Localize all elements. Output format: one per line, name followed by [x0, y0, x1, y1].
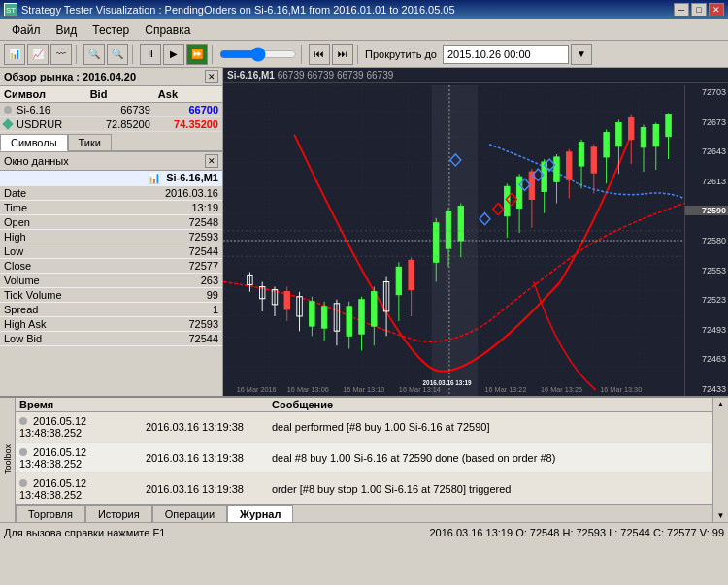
tb-scroll-dropdown[interactable]: ▼ — [571, 44, 592, 65]
svg-rect-49 — [579, 143, 583, 166]
symbol-row-si: Si-6.16 66739 66700 — [0, 103, 222, 117]
tb-next[interactable]: ⏭ — [332, 44, 353, 65]
tab-journal[interactable]: Журнал — [227, 505, 293, 522]
menu-view[interactable]: Вид — [49, 21, 85, 39]
dw-value-low: 72544 — [115, 244, 222, 259]
svg-rect-15 — [321, 307, 326, 328]
col-bid: Bid — [86, 86, 154, 103]
tab-operations[interactable]: Операции — [152, 505, 227, 522]
chart-svg: 16 Mar 2016 16 Mar 13:06 16 Mar 13:10 16… — [223, 85, 684, 396]
dw-row-low: Low 72544 — [0, 244, 222, 259]
dw-row-highask: High Ask 72593 — [0, 317, 222, 332]
log-col-time: Время — [16, 398, 142, 412]
tb-zoom-out[interactable]: 🔍 — [107, 44, 128, 65]
tab-history[interactable]: История — [85, 505, 152, 522]
tb-line-btn[interactable]: 〰 — [50, 44, 72, 65]
toolbar: 📊 📈 〰 🔍 🔍 ⏸ ▶ ⏩ ⏮ ⏭ Прокрутить до ▼ — [0, 41, 728, 68]
menu-tester[interactable]: Тестер — [84, 21, 137, 39]
svg-rect-21 — [359, 300, 364, 334]
dw-label-date: Date — [0, 186, 115, 201]
si-ask: 66700 — [154, 103, 222, 117]
usdrur-bid: 72.85200 — [86, 117, 154, 132]
si-bid: 66739 — [86, 103, 154, 117]
log-scrollbar[interactable]: ▲ ▼ — [712, 398, 728, 522]
scroll-label: Прокрутить до — [365, 49, 437, 60]
tb-play[interactable]: ▶ — [163, 44, 184, 65]
y-label-4: 72590 — [685, 206, 728, 215]
log-time1-2: 2016.05.12 13:48:38.252 — [16, 473, 142, 504]
dw-row-lowbid: Low Bid 72544 — [0, 332, 222, 346]
svg-rect-39 — [516, 177, 521, 208]
tab-symbols[interactable]: Символы — [0, 134, 68, 151]
dw-value-time: 13:19 — [115, 201, 222, 215]
dw-value-spread: 1 — [115, 303, 222, 317]
dw-subtitle: Si-6.16,M1 — [166, 172, 218, 183]
tab-ticks[interactable]: Тики — [68, 134, 112, 150]
close-button[interactable]: ✕ — [709, 3, 724, 16]
y-label-10: 72433 — [685, 384, 728, 394]
title-bar: ST Strategy Tester Visualization : Pendi… — [0, 0, 728, 19]
tb-sep3 — [212, 45, 215, 64]
title-bar-buttons: ─ □ ✕ — [674, 3, 724, 16]
data-window-close[interactable]: ✕ — [205, 154, 218, 168]
y-axis: 72703 72673 72643 72613 72590 72580 7255… — [684, 85, 728, 396]
market-overview-close[interactable]: ✕ — [205, 70, 218, 83]
scroll-input[interactable] — [443, 45, 569, 64]
tb-fast-forward[interactable]: ⏩ — [186, 44, 208, 65]
chart-area: Si-6.16,M1 66739 66739 66739 66739 — [223, 68, 728, 396]
log-col-time2 — [142, 398, 268, 412]
dw-label-open: Open — [0, 215, 115, 230]
status-bar: Для вызова справки нажмите F1 2016.03.16… — [0, 522, 728, 541]
data-window-header: Окно данных ✕ — [0, 151, 222, 171]
tb-pause[interactable]: ⏸ — [140, 44, 161, 65]
log-scroll-up[interactable]: ▲ — [717, 400, 725, 408]
y-label-7: 72523 — [685, 295, 728, 305]
y-label-3: 72613 — [685, 177, 728, 186]
dw-row-date: Date 2016.03.16 — [0, 186, 222, 201]
tb-zoom-in[interactable]: 🔍 — [83, 44, 105, 65]
dw-value-volume: 263 — [115, 274, 222, 288]
data-window: Окно данных ✕ 📊 Si-6.16,M1 Date 2016.03.… — [0, 151, 222, 396]
dw-label-tickvol: Tick Volume — [0, 288, 115, 303]
title-text: Strategy Tester Visualization : PendingO… — [21, 4, 455, 16]
log-msg-2: order [#8 buy stop 1.00 Si-6.16 at 72580… — [268, 473, 712, 504]
log-time2-2: 2016.03.16 13:19:38 — [142, 473, 268, 504]
left-panel: Обзор рынка : 2016.04.20 ✕ Символ Bid As… — [0, 68, 223, 396]
tb-prev[interactable]: ⏮ — [309, 44, 330, 65]
svg-rect-19 — [347, 307, 351, 336]
log-time1-1: 2016.05.12 13:48:38.252 — [16, 442, 142, 473]
svg-text:2016.03.16 13:19: 2016.03.16 13:19 — [423, 379, 472, 386]
tb-sep2 — [132, 45, 136, 64]
svg-rect-45 — [554, 157, 559, 181]
svg-rect-61 — [653, 125, 658, 146]
dw-value-open: 72548 — [115, 215, 222, 230]
status-hint: Для вызова справки нажмите F1 — [4, 527, 165, 538]
market-table: Символ Bid Ask Si-6.16 66739 66700 — [0, 86, 222, 132]
tb-bar-btn[interactable]: 📈 — [27, 44, 49, 65]
log-scroll-down[interactable]: ▼ — [717, 511, 725, 520]
dw-row-high: High 72593 — [0, 230, 222, 244]
log-row-2: 2016.05.12 13:48:38.252 2016.03.16 13:19… — [16, 473, 712, 504]
svg-rect-13 — [310, 302, 314, 326]
y-label-9: 72463 — [685, 354, 728, 364]
bottom-tabs: Торговля История Операции Журнал — [16, 504, 712, 522]
svg-rect-47 — [567, 152, 572, 179]
svg-rect-63 — [666, 114, 671, 136]
toolbox-toggle[interactable]: Toolbox — [0, 398, 16, 522]
log-time1-0: 2016.05.12 13:48:38.252 — [16, 412, 142, 443]
svg-text:16 Mar 13:06: 16 Mar 13:06 — [287, 385, 329, 394]
tb-sep1 — [76, 45, 80, 64]
tab-trading[interactable]: Торговля — [16, 505, 85, 522]
tb-chart-btn[interactable]: 📊 — [4, 44, 25, 65]
tb-speed-slider[interactable] — [219, 46, 297, 63]
dw-value-tickvol: 99 — [115, 288, 222, 303]
chart-prices: 66739 66739 66739 66739 — [278, 70, 394, 81]
menu-file[interactable]: Файл — [4, 21, 49, 39]
dw-value-close: 72577 — [115, 259, 222, 274]
svg-rect-51 — [591, 147, 596, 173]
minimize-button[interactable]: ─ — [674, 3, 689, 16]
dw-title-row: 📊 Si-6.16,M1 — [0, 171, 222, 186]
maximize-button[interactable]: □ — [691, 3, 707, 16]
dw-label-volume: Volume — [0, 274, 115, 288]
menu-help[interactable]: Справка — [137, 21, 198, 39]
